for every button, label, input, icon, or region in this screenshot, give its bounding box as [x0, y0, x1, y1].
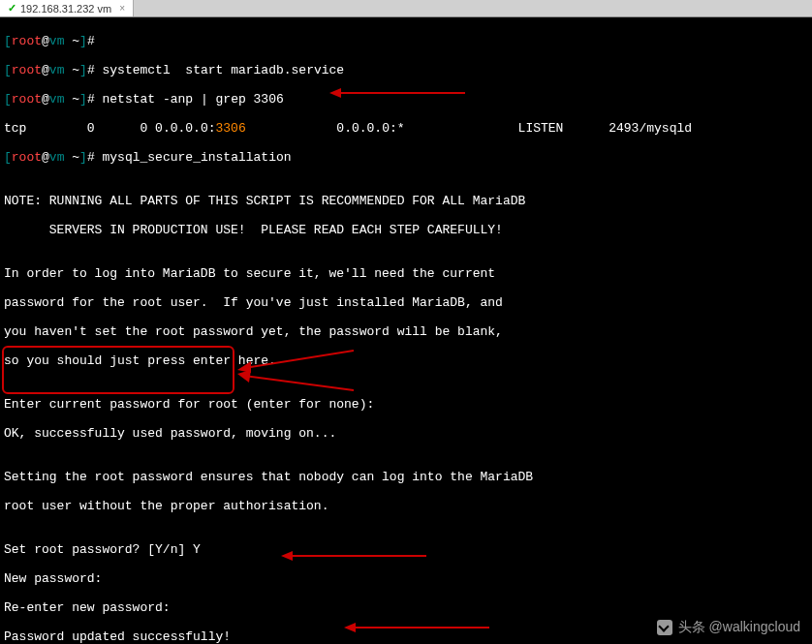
- output-line: password for the root user. If you've ju…: [4, 295, 808, 310]
- prompt-line: [root@vm ~]# mysql_secure_installation: [4, 150, 808, 165]
- output-line: Setting the root password ensures that n…: [4, 470, 808, 484]
- output-line: In order to log into MariaDB to secure i…: [4, 266, 808, 281]
- prompt-line: [root@vm ~]# netstat -anp | grep 3306: [4, 92, 808, 107]
- output-line: you haven't set the root password yet, t…: [4, 324, 808, 339]
- prompt-line: [root@vm ~]# systemctl start mariadb.ser…: [4, 63, 808, 77]
- prompt-line: [root@vm ~]#: [4, 34, 808, 48]
- terminal-output[interactable]: [root@vm ~]# [root@vm ~]# systemctl star…: [0, 17, 812, 644]
- netstat-line: tcp 0 0 0.0.0.0:3306 0.0.0.0:* LISTEN 24…: [4, 121, 808, 136]
- watermark: 头条 @walkingcloud: [657, 619, 800, 636]
- output-line: SERVERS IN PRODUCTION USE! PLEASE READ E…: [4, 223, 808, 237]
- watermark-text: 头条 @walkingcloud: [678, 619, 800, 636]
- tab-title: 192.168.31.232 vm: [20, 3, 111, 15]
- output-line: root user without the proper authorisati…: [4, 499, 808, 513]
- output-line: Re-enter new password:: [4, 600, 808, 615]
- output-line: so you should just press enter here.: [4, 353, 808, 368]
- output-line: Enter current password for root (enter f…: [4, 397, 808, 412]
- output-line: New password:: [4, 571, 808, 586]
- output-line: NOTE: RUNNING ALL PARTS OF THIS SCRIPT I…: [4, 194, 808, 208]
- tab-bar: ✓ 192.168.31.232 vm ×: [0, 0, 812, 17]
- output-line: OK, successfully used password, moving o…: [4, 426, 808, 441]
- check-icon: ✓: [8, 2, 16, 15]
- session-tab[interactable]: ✓ 192.168.31.232 vm ×: [0, 0, 134, 16]
- output-line: Set root password? [Y/n] Y: [4, 542, 808, 557]
- watermark-logo-icon: [657, 620, 672, 635]
- close-icon[interactable]: ×: [119, 3, 125, 14]
